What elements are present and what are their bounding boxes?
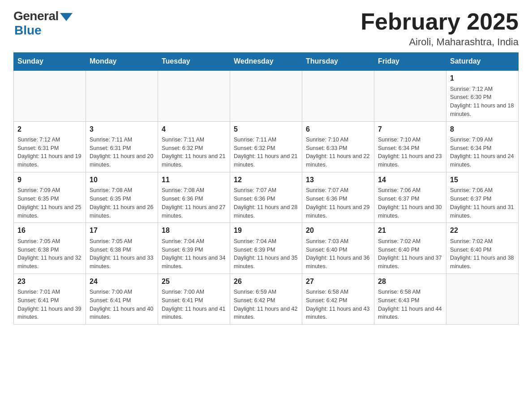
day-number: 20	[306, 226, 370, 235]
calendar-week-row: 23Sunrise: 7:01 AM Sunset: 6:41 PM Dayli…	[14, 274, 519, 324]
calendar-cell: 14Sunrise: 7:06 AM Sunset: 6:37 PM Dayli…	[374, 172, 446, 223]
logo-blue-text: Blue	[14, 23, 42, 38]
day-info: Sunrise: 7:05 AM Sunset: 6:38 PM Dayligh…	[17, 237, 82, 271]
calendar-subtitle: Airoli, Maharashtra, India	[360, 36, 519, 48]
day-info: Sunrise: 7:02 AM Sunset: 6:40 PM Dayligh…	[378, 237, 442, 271]
logo: General Blue	[13, 9, 73, 38]
calendar-cell: 19Sunrise: 7:04 AM Sunset: 6:39 PM Dayli…	[230, 223, 302, 274]
day-number: 17	[90, 226, 154, 235]
day-number: 11	[162, 175, 226, 185]
calendar-cell: 10Sunrise: 7:08 AM Sunset: 6:35 PM Dayli…	[86, 172, 158, 223]
day-number: 28	[378, 277, 442, 287]
day-info: Sunrise: 7:08 AM Sunset: 6:35 PM Dayligh…	[90, 186, 154, 220]
day-info: Sunrise: 7:05 AM Sunset: 6:38 PM Dayligh…	[90, 237, 154, 271]
calendar-cell	[230, 70, 302, 121]
day-number: 6	[306, 124, 370, 134]
day-info: Sunrise: 7:07 AM Sunset: 6:36 PM Dayligh…	[234, 186, 298, 220]
calendar-cell: 26Sunrise: 6:59 AM Sunset: 6:42 PM Dayli…	[230, 274, 302, 324]
day-info: Sunrise: 7:11 AM Sunset: 6:32 PM Dayligh…	[234, 136, 298, 169]
day-of-week-header: Wednesday	[230, 53, 302, 71]
title-block: February 2025 Airoli, Maharashtra, India	[360, 9, 519, 48]
day-number: 1	[450, 73, 515, 83]
day-number: 18	[162, 226, 226, 235]
day-info: Sunrise: 7:04 AM Sunset: 6:39 PM Dayligh…	[162, 237, 226, 271]
day-info: Sunrise: 7:12 AM Sunset: 6:30 PM Dayligh…	[450, 85, 515, 119]
day-info: Sunrise: 7:00 AM Sunset: 6:41 PM Dayligh…	[162, 288, 226, 321]
day-info: Sunrise: 7:09 AM Sunset: 6:34 PM Dayligh…	[450, 136, 515, 169]
day-number: 24	[90, 277, 154, 287]
day-number: 2	[17, 124, 82, 134]
calendar-week-row: 2Sunrise: 7:12 AM Sunset: 6:31 PM Daylig…	[14, 121, 519, 172]
calendar-cell: 11Sunrise: 7:08 AM Sunset: 6:36 PM Dayli…	[158, 172, 230, 223]
page-header: General Blue February 2025 Airoli, Mahar…	[13, 9, 519, 48]
day-info: Sunrise: 7:00 AM Sunset: 6:41 PM Dayligh…	[90, 288, 154, 321]
day-info: Sunrise: 7:03 AM Sunset: 6:40 PM Dayligh…	[306, 237, 370, 271]
calendar-cell: 13Sunrise: 7:07 AM Sunset: 6:36 PM Dayli…	[302, 172, 374, 223]
day-info: Sunrise: 7:02 AM Sunset: 6:40 PM Dayligh…	[450, 237, 515, 271]
day-of-week-header: Sunday	[14, 53, 86, 71]
logo-general-text: General	[13, 9, 59, 23]
calendar-title: February 2025	[360, 9, 519, 34]
day-number: 21	[378, 226, 442, 235]
day-info: Sunrise: 7:10 AM Sunset: 6:33 PM Dayligh…	[306, 136, 370, 169]
day-number: 27	[306, 277, 370, 287]
calendar-week-row: 1Sunrise: 7:12 AM Sunset: 6:30 PM Daylig…	[14, 70, 519, 121]
day-info: Sunrise: 7:10 AM Sunset: 6:34 PM Dayligh…	[378, 136, 442, 169]
day-info: Sunrise: 7:08 AM Sunset: 6:36 PM Dayligh…	[162, 186, 226, 220]
day-number: 10	[90, 175, 154, 185]
day-number: 16	[17, 226, 82, 235]
calendar-cell: 2Sunrise: 7:12 AM Sunset: 6:31 PM Daylig…	[14, 121, 86, 172]
calendar-cell	[86, 70, 158, 121]
calendar-cell: 20Sunrise: 7:03 AM Sunset: 6:40 PM Dayli…	[302, 223, 374, 274]
calendar-cell	[14, 70, 86, 121]
calendar-cell: 7Sunrise: 7:10 AM Sunset: 6:34 PM Daylig…	[374, 121, 446, 172]
day-info: Sunrise: 7:06 AM Sunset: 6:37 PM Dayligh…	[378, 186, 442, 220]
calendar-header: SundayMondayTuesdayWednesdayThursdayFrid…	[14, 53, 519, 71]
calendar-cell: 16Sunrise: 7:05 AM Sunset: 6:38 PM Dayli…	[14, 223, 86, 274]
calendar-table: SundayMondayTuesdayWednesdayThursdayFrid…	[13, 52, 519, 325]
day-number: 19	[234, 226, 298, 235]
calendar-cell: 22Sunrise: 7:02 AM Sunset: 6:40 PM Dayli…	[446, 223, 519, 274]
calendar-cell	[302, 70, 374, 121]
calendar-cell: 12Sunrise: 7:07 AM Sunset: 6:36 PM Dayli…	[230, 172, 302, 223]
day-number: 9	[17, 175, 82, 185]
calendar-cell: 17Sunrise: 7:05 AM Sunset: 6:38 PM Dayli…	[86, 223, 158, 274]
day-of-week-header: Thursday	[302, 53, 374, 71]
calendar-cell: 27Sunrise: 6:58 AM Sunset: 6:42 PM Dayli…	[302, 274, 374, 324]
day-info: Sunrise: 6:59 AM Sunset: 6:42 PM Dayligh…	[234, 288, 298, 321]
day-info: Sunrise: 7:07 AM Sunset: 6:36 PM Dayligh…	[306, 186, 370, 220]
day-info: Sunrise: 7:09 AM Sunset: 6:35 PM Dayligh…	[17, 186, 82, 220]
day-info: Sunrise: 7:11 AM Sunset: 6:32 PM Dayligh…	[162, 136, 226, 169]
day-of-week-header: Saturday	[446, 53, 519, 71]
calendar-cell: 3Sunrise: 7:11 AM Sunset: 6:31 PM Daylig…	[86, 121, 158, 172]
calendar-body: 1Sunrise: 7:12 AM Sunset: 6:30 PM Daylig…	[14, 70, 519, 324]
day-info: Sunrise: 7:04 AM Sunset: 6:39 PM Dayligh…	[234, 237, 298, 271]
day-number: 22	[450, 226, 515, 235]
calendar-cell: 25Sunrise: 7:00 AM Sunset: 6:41 PM Dayli…	[158, 274, 230, 324]
day-info: Sunrise: 7:12 AM Sunset: 6:31 PM Dayligh…	[17, 136, 82, 169]
day-number: 23	[17, 277, 82, 287]
calendar-cell: 5Sunrise: 7:11 AM Sunset: 6:32 PM Daylig…	[230, 121, 302, 172]
calendar-cell	[446, 274, 519, 324]
day-number: 3	[90, 124, 154, 134]
calendar-week-row: 16Sunrise: 7:05 AM Sunset: 6:38 PM Dayli…	[14, 223, 519, 274]
calendar-cell: 8Sunrise: 7:09 AM Sunset: 6:34 PM Daylig…	[446, 121, 519, 172]
day-number: 5	[234, 124, 298, 134]
calendar-cell: 24Sunrise: 7:00 AM Sunset: 6:41 PM Dayli…	[86, 274, 158, 324]
day-info: Sunrise: 7:06 AM Sunset: 6:37 PM Dayligh…	[450, 186, 515, 220]
calendar-cell: 21Sunrise: 7:02 AM Sunset: 6:40 PM Dayli…	[374, 223, 446, 274]
calendar-cell: 9Sunrise: 7:09 AM Sunset: 6:35 PM Daylig…	[14, 172, 86, 223]
day-of-week-header: Friday	[374, 53, 446, 71]
day-info: Sunrise: 6:58 AM Sunset: 6:43 PM Dayligh…	[378, 288, 442, 321]
day-number: 8	[450, 124, 515, 134]
calendar-cell: 6Sunrise: 7:10 AM Sunset: 6:33 PM Daylig…	[302, 121, 374, 172]
day-info: Sunrise: 7:01 AM Sunset: 6:41 PM Dayligh…	[17, 288, 82, 321]
day-number: 7	[378, 124, 442, 134]
day-info: Sunrise: 6:58 AM Sunset: 6:42 PM Dayligh…	[306, 288, 370, 321]
day-number: 25	[162, 277, 226, 287]
days-of-week-row: SundayMondayTuesdayWednesdayThursdayFrid…	[14, 53, 519, 71]
day-info: Sunrise: 7:11 AM Sunset: 6:31 PM Dayligh…	[90, 136, 154, 169]
calendar-week-row: 9Sunrise: 7:09 AM Sunset: 6:35 PM Daylig…	[14, 172, 519, 223]
day-number: 12	[234, 175, 298, 185]
day-number: 15	[450, 175, 515, 185]
